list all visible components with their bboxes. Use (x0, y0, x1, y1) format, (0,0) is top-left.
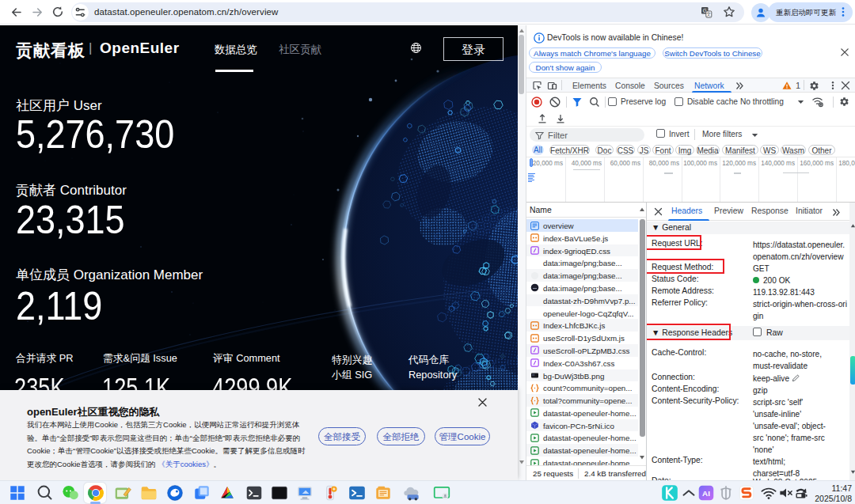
svg-text:AI: AI (702, 489, 710, 498)
svg-text:文: 文 (706, 11, 711, 17)
